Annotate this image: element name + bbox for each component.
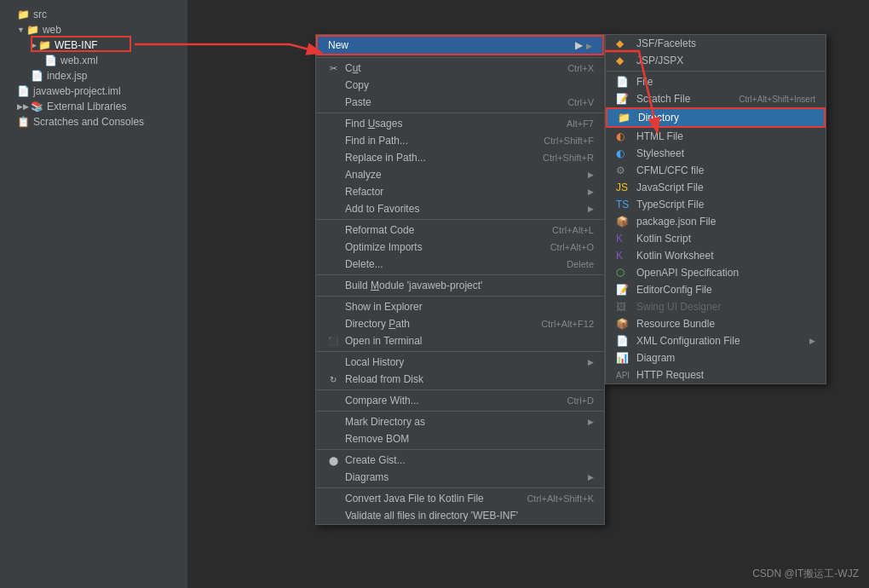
separator: [316, 389, 604, 390]
submenu-arrow: ▶: [809, 337, 815, 345]
kotlin-icon: K: [616, 233, 631, 245]
resource-icon: 📦: [616, 318, 631, 330]
triangle-icon: ▶: [31, 41, 37, 49]
submenu-item-scratch-file[interactable]: 📝 Scratch File Ctrl+Alt+Shift+Insert: [606, 90, 826, 107]
submenu-item-directory[interactable]: 📁 Directory: [606, 107, 826, 128]
submenu-item-openapi[interactable]: ⬡ OpenAPI Specification: [606, 264, 826, 281]
css-icon: ◐: [616, 147, 631, 159]
file-icon: 📄: [616, 76, 631, 88]
submenu-item-http-request[interactable]: API HTTP Request: [606, 366, 826, 383]
menu-item-copy[interactable]: Copy: [316, 77, 604, 94]
tree-item-web-inf[interactable]: ▶ 📁 WEB-INF: [0, 37, 187, 53]
menu-item-cut[interactable]: ✂ Cut Ctrl+X: [316, 60, 604, 77]
cut-icon: ✂: [326, 63, 340, 74]
menu-item-show-in-explorer[interactable]: Show in Explorer: [316, 298, 604, 315]
submenu-arrow-new: ▶: [575, 39, 592, 51]
kotlin-ws-icon: K: [616, 250, 631, 262]
submenu-item-resource-bundle[interactable]: 📦 Resource Bundle: [606, 315, 826, 332]
tree-item-src[interactable]: 📁 src: [0, 7, 187, 22]
xml-icon: 📄: [616, 335, 631, 347]
menu-item-build-module[interactable]: Build Module 'javaweb-project': [316, 277, 604, 294]
cfml-icon: ⚙: [616, 164, 631, 176]
separator: [316, 112, 604, 113]
menu-item-mark-directory-as[interactable]: Mark Directory as: [316, 413, 604, 430]
tree-item-web[interactable]: ▼ 📁 web: [0, 22, 187, 37]
folder-icon: 📁: [17, 9, 30, 20]
menu-item-open-in-terminal[interactable]: ⬛ Open in Terminal: [316, 332, 604, 349]
swing-icon: 🖼: [616, 301, 631, 313]
js-icon: JS: [616, 182, 631, 193]
file-tree-panel: 📁 src ▼ 📁 web ▶ 📁 WEB-INF 📄 web.xml 📄 in…: [0, 0, 187, 588]
menu-item-optimize-imports[interactable]: Optimize Imports Ctrl+Alt+O: [316, 239, 604, 256]
tree-item-project-iml[interactable]: 📄 javaweb-project.iml: [0, 84, 187, 99]
file-icon: 📄: [44, 55, 57, 66]
submenu-item-kotlin-worksheet[interactable]: K Kotlin Worksheet: [606, 247, 826, 264]
tree-item-index-jsp[interactable]: 📄 index.jsp: [0, 68, 187, 84]
submenu-item-diagram[interactable]: 📊 Diagram: [606, 349, 826, 366]
menu-item-new[interactable]: New ▶: [316, 35, 604, 55]
submenu-item-jsp-jspx[interactable]: ◆ JSP/JSPX: [606, 52, 826, 69]
separator: [316, 411, 604, 412]
file-icon: 📄: [17, 85, 30, 97]
watermark: CSDN @IT搬运工-WJZ: [752, 567, 859, 581]
menu-item-analyze[interactable]: Analyze: [316, 166, 604, 183]
library-icon: 📚: [31, 101, 43, 112]
menu-item-find-in-path[interactable]: Find in Path... Ctrl+Shift+F: [316, 132, 604, 149]
menu-item-reload-from-disk[interactable]: ↻ Reload from Disk: [316, 371, 604, 388]
menu-item-directory-path[interactable]: Directory Path Ctrl+Alt+F12: [316, 315, 604, 332]
separator: [316, 219, 604, 220]
tree-item-scratches[interactable]: 📋 Scratches and Consoles: [0, 114, 187, 130]
submenu-item-xml-config[interactable]: 📄 XML Configuration File ▶: [606, 332, 826, 349]
terminal-icon: ⬛: [326, 337, 340, 346]
github-icon: ⬤: [326, 456, 340, 465]
folder-icon: 📁: [618, 112, 633, 124]
menu-item-validate-all[interactable]: Validate all files in directory 'WEB-INF…: [316, 507, 604, 524]
submenu-item-package-json[interactable]: 📦 package.json File: [606, 213, 826, 230]
submenu-item-typescript-file[interactable]: TS TypeScript File: [606, 196, 826, 213]
menu-item-delete[interactable]: Delete... Delete: [316, 256, 604, 273]
triangle-icon: ▼: [17, 26, 25, 34]
package-icon: 📦: [616, 216, 631, 228]
editorconfig-icon: 📝: [616, 284, 631, 296]
separator: [316, 274, 604, 275]
scratches-icon: 📋: [17, 116, 30, 128]
openapi-icon: ⬡: [616, 267, 631, 279]
separator: [316, 487, 604, 488]
menu-item-compare-with[interactable]: Compare With... Ctrl+D: [316, 392, 604, 409]
submenu-item-kotlin-script[interactable]: K Kotlin Script: [606, 230, 826, 247]
menu-item-reformat-code[interactable]: Reformat Code Ctrl+Alt+L: [316, 222, 604, 239]
jsf-icon: ◆: [616, 37, 631, 49]
scratch-icon: 📝: [616, 93, 631, 105]
diagram-icon: 📊: [616, 352, 631, 364]
menu-item-refactor[interactable]: Refactor: [316, 183, 604, 200]
submenu-item-jsf-facelets[interactable]: ◆ JSF/Facelets: [606, 35, 826, 52]
http-icon: API: [616, 371, 631, 380]
menu-item-replace-in-path[interactable]: Replace in Path... Ctrl+Shift+R: [316, 149, 604, 166]
reload-icon: ↻: [326, 375, 340, 384]
submenu-item-javascript-file[interactable]: JS JavaScript File: [606, 179, 826, 196]
submenu-item-stylesheet[interactable]: ◐ Stylesheet: [606, 145, 826, 162]
menu-item-find-usages[interactable]: Find Usages Alt+F7: [316, 115, 604, 132]
menu-item-local-history[interactable]: Local History: [316, 354, 604, 371]
submenu-item-swing-ui: 🖼 Swing UI Designer: [606, 298, 826, 315]
menu-item-create-gist[interactable]: ⬤ Create Gist...: [316, 452, 604, 469]
tree-item-ext-libs[interactable]: ▶▶ 📚 External Libraries: [0, 99, 187, 114]
menu-item-convert-java[interactable]: Convert Java File to Kotlin File Ctrl+Al…: [316, 490, 604, 507]
separator: [316, 57, 604, 58]
menu-item-add-to-favorites[interactable]: Add to Favorites: [316, 200, 604, 217]
menu-item-remove-bom[interactable]: Remove BOM: [316, 430, 604, 447]
menu-item-diagrams[interactable]: Diagrams: [316, 469, 604, 486]
submenu-item-editorconfig[interactable]: 📝 EditorConfig File: [606, 281, 826, 298]
submenu-item-file[interactable]: 📄 File: [606, 73, 826, 90]
separator: [316, 296, 604, 297]
tree-item-web-xml[interactable]: 📄 web.xml: [0, 53, 187, 68]
submenu-item-cfml-cfc[interactable]: ⚙ CFML/CFC file: [606, 162, 826, 179]
separator: [316, 449, 604, 450]
triangle-icon: ▶▶: [17, 102, 29, 111]
menu-item-paste[interactable]: Paste Ctrl+V: [316, 94, 604, 111]
folder-icon: 📁: [38, 39, 51, 51]
folder-icon: 📁: [26, 24, 39, 36]
separator: [316, 351, 604, 352]
submenu-new: ◆ JSF/Facelets ◆ JSP/JSPX 📄 File 📝 Scrat…: [605, 34, 826, 384]
submenu-item-html-file[interactable]: ◐ HTML File: [606, 128, 826, 145]
